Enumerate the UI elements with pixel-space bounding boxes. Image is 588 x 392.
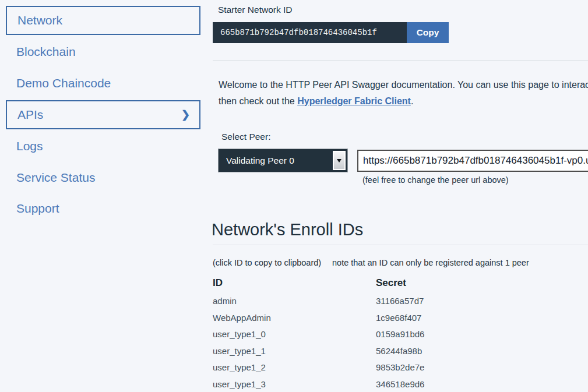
chevron-right-icon: ❯ — [181, 101, 190, 128]
enroll-secret: 56244fa98b — [376, 346, 422, 356]
sidebar-item-support[interactable]: Support — [6, 194, 200, 223]
enroll-secret: 9853b2de7e — [376, 362, 424, 372]
enroll-secret: 31166a57d7 — [376, 296, 424, 306]
starter-network-id-label: Starter Network ID — [218, 5, 292, 15]
enroll-secret: 0159a91bd6 — [376, 329, 424, 339]
sidebar-item-service-status[interactable]: Service Status — [6, 163, 200, 192]
sidebar-item-apis[interactable]: APIs ❯ — [6, 100, 200, 129]
column-header-id: ID — [213, 277, 223, 289]
divider — [213, 60, 588, 61]
table-row: user_type1_00159a91bd6 — [213, 326, 539, 343]
enroll-id[interactable]: admin — [213, 293, 376, 310]
sidebar-item-demo-chaincode[interactable]: Demo Chaincode — [6, 69, 200, 98]
welcome-line2-suffix: . — [411, 96, 413, 106]
network-id-value[interactable]: 665b871b792b47dfb018746436045b1f — [213, 22, 407, 43]
enroll-id[interactable]: user_type1_3 — [213, 376, 376, 392]
enroll-ids-table: admin31166a57d7 WebAppAdmin1c9e68f407 us… — [213, 293, 539, 392]
table-row: user_type1_29853b2de7e — [213, 359, 539, 376]
enroll-id[interactable]: user_type1_0 — [213, 326, 376, 343]
sidebar-item-blockchain[interactable]: Blockchain — [6, 37, 200, 66]
enroll-id[interactable]: WebAppAdmin — [213, 310, 376, 327]
sidebar-item-label: APIs — [17, 108, 43, 121]
peer-url-hint: (feel free to change the peer url above) — [362, 175, 509, 185]
peer-select-value: Validating Peer 0 — [219, 149, 347, 172]
enroll-secret: 1c9e68f407 — [376, 313, 421, 323]
welcome-paragraph: Welcome to the HTTP Peer API Swagger doc… — [219, 77, 588, 109]
welcome-line-1: Welcome to the HTTP Peer API Swagger doc… — [219, 77, 588, 93]
sidebar-item-logs[interactable]: Logs — [6, 132, 200, 161]
enroll-secret: 346518e9d6 — [376, 379, 424, 389]
peer-url-input[interactable] — [357, 150, 588, 172]
divider — [213, 245, 588, 245]
page: Network Blockchain Demo Chaincode APIs ❯… — [0, 0, 588, 392]
dropdown-arrow-icon[interactable] — [333, 151, 346, 170]
peer-select-dropdown[interactable]: Validating Peer 0 — [218, 149, 348, 172]
select-peer-label: Select Peer: — [221, 132, 270, 142]
enroll-note-clipboard: (click ID to copy to clipboard) — [213, 258, 321, 267]
column-header-secret: Secret — [376, 277, 406, 289]
table-row: user_type1_3346518e9d6 — [213, 376, 539, 392]
hyperledger-fabric-client-link[interactable]: Hyperledger Fabric Client — [297, 96, 411, 106]
table-row: admin31166a57d7 — [213, 293, 539, 310]
table-row: user_type1_156244fa98b — [213, 343, 539, 360]
enroll-id[interactable]: user_type1_1 — [213, 343, 376, 360]
enroll-note-registration: note that an ID can only be registered a… — [332, 258, 529, 267]
welcome-line2-prefix: then check out the — [219, 96, 297, 106]
welcome-line-2: then check out the Hyperledger Fabric Cl… — [219, 93, 588, 110]
sidebar-item-network[interactable]: Network — [6, 6, 200, 35]
table-row: WebAppAdmin1c9e68f407 — [213, 310, 539, 327]
copy-button[interactable]: Copy — [407, 22, 449, 43]
enroll-ids-title: Network's Enroll IDs — [212, 220, 363, 239]
enroll-id[interactable]: user_type1_2 — [213, 359, 376, 376]
